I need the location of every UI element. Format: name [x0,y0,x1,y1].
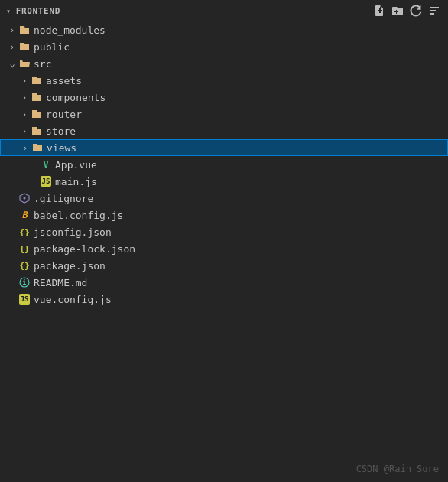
tree-item-jsconfig-json[interactable]: › {} jsconfig.json [0,223,448,240]
item-label: jsconfig.json [34,226,112,238]
chevron-right-icon: › [18,74,31,86]
tree-item-readme[interactable]: › i README.md [0,274,448,291]
item-label: main.js [55,176,97,187]
section-title: ▾ FRONTEND [6,6,60,16]
tree-item-package-lock-json[interactable]: › {} package-lock.json [0,240,448,257]
item-label: node_modules [34,24,106,36]
section-header: ▾ FRONTEND [0,0,448,21]
collapse-all-button[interactable] [427,3,442,18]
tree-item-views[interactable]: › views [0,139,448,156]
item-label: vue.config.js [34,294,112,305]
new-file-button[interactable] [372,3,387,18]
tree-item-main-js[interactable]: › JS main.js [0,173,448,190]
tree-item-babel-config[interactable]: › B babel.config.js [0,207,448,223]
json-file-icon: {} [18,259,31,272]
folder-icon [31,108,43,120]
js-file-icon: JS [18,293,31,305]
explorer-container: ▾ FRONTEND [0,0,448,482]
gitignore-file-icon [18,192,31,204]
readme-file-icon: i [18,276,31,288]
folder-icon [31,125,43,137]
folder-icon [31,74,43,86]
tree-item-app-vue[interactable]: › V App.vue [0,156,448,173]
tree-item-components[interactable]: › components [0,89,448,106]
item-label: App.vue [55,159,97,171]
tree-item-gitignore[interactable]: › .gitignore [0,190,448,207]
chevron-down-icon: ⌄ [6,57,18,70]
chevron-right-icon: › [18,108,31,120]
item-label: README.md [34,277,87,288]
tree-item-node-modules[interactable]: › node_modules [0,21,448,38]
folder-icon [31,142,44,154]
folder-icon [18,24,31,36]
item-label: .gitignore [34,193,93,204]
item-label: components [46,92,106,103]
json-file-icon: {} [18,243,31,255]
tree-item-src[interactable]: ⌄ src [0,55,448,72]
chevron-right-icon: › [6,24,18,36]
tree-item-store[interactable]: › store [0,122,448,139]
chevron-right-icon: › [18,125,31,137]
tree-item-package-json[interactable]: › {} package.json [0,257,448,274]
svg-text:i: i [23,278,27,286]
chevron-right-icon: › [18,91,31,103]
collapse-arrow: ▾ [6,7,11,15]
item-label: package.json [34,260,106,272]
tree-item-public[interactable]: › public [0,38,448,55]
item-label: assets [46,75,82,86]
tree-item-vue-config[interactable]: › JS vue.config.js [0,291,448,308]
item-label: babel.config.js [34,210,123,221]
chevron-right-icon: › [6,41,18,53]
js-file-icon: JS [40,175,52,187]
watermark: CSDN @Rain Sure [356,464,439,474]
item-label: src [34,58,51,70]
tree-container: › node_modules › public ⌄ src › [0,21,448,482]
item-label: store [46,125,76,137]
item-label: package-lock.json [34,243,135,255]
babel-file-icon: B [18,209,31,221]
item-label: public [34,41,70,53]
section-title-text: FRONTEND [16,6,60,16]
folder-icon [18,41,31,53]
tree-item-assets[interactable]: › assets [0,72,448,89]
folder-open-icon [18,57,31,70]
header-actions [372,3,442,18]
refresh-button[interactable] [408,3,424,18]
json-file-icon: {} [18,226,31,238]
item-label: router [46,109,82,120]
vue-file-icon: V [40,158,52,171]
svg-point-1 [24,197,26,200]
new-folder-button[interactable] [390,3,405,18]
chevron-right-icon: › [19,142,31,154]
tree-item-router[interactable]: › router [0,106,448,122]
folder-icon [31,91,43,103]
item-label: views [47,142,76,154]
